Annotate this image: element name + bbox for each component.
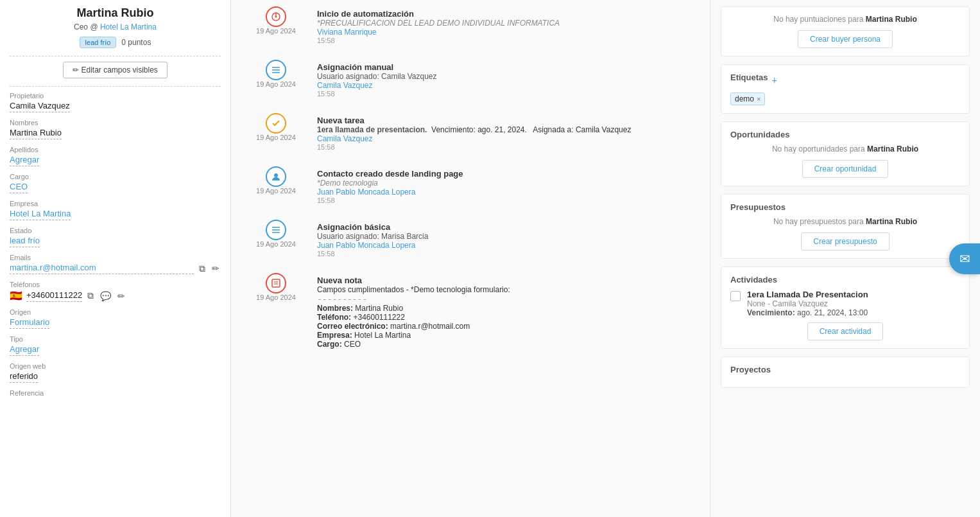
right-panel: No hay puntuaciones para Martina Rubio C… xyxy=(710,0,980,517)
estado-field: Estado lead frío xyxy=(10,227,221,247)
crear-presupuesto-button[interactable]: Crear presupuesto xyxy=(801,232,889,250)
timeline-text: Usuario asignado: Marisa Barcia xyxy=(317,232,697,241)
timeline-time: 15:58 xyxy=(317,197,697,204)
origen-field: Origen Formulario xyxy=(10,308,221,329)
tipo-label: Tipo xyxy=(10,335,221,343)
copy-email-button[interactable]: ⧉ xyxy=(198,263,207,274)
crear-buyer-button[interactable]: Crear buyer persona xyxy=(798,30,893,48)
etiquetas-section: Etiquetas + demo× xyxy=(721,64,970,114)
activity-item: 1era Llamada De Presentacion None - Cami… xyxy=(730,290,960,317)
apellidos-value[interactable]: Agregar xyxy=(10,155,39,166)
tipo-value[interactable]: Agregar xyxy=(10,344,39,356)
nombres-label: Nombres xyxy=(10,119,221,127)
timeline-title: Contacto creado desde landing page xyxy=(317,169,697,179)
timeline-content: Nueva tarea 1era llamada de presentacion… xyxy=(317,113,697,151)
activity-due: Vencimiento: ago. 21, 2024, 13:00 xyxy=(747,308,960,317)
oportunidades-text: No hay oportunidades para Martina Rubio xyxy=(730,145,960,153)
contact-subtitle: Ceo @ Hotel La Martina xyxy=(10,22,221,31)
actividades-title: Actividades xyxy=(730,275,960,285)
referencia-label: Referencia xyxy=(10,389,221,397)
contact-company-link[interactable]: Hotel La Martina xyxy=(100,22,157,31)
timeline-item: 19 Ago 2024 Nueva tarea 1era llamada de … xyxy=(244,113,697,151)
timeline-time: 15:58 xyxy=(317,250,697,258)
whatsapp-button[interactable]: 💬 xyxy=(99,291,112,301)
contact-name: Martina Rubio xyxy=(10,6,221,20)
crear-oportunidad-button[interactable]: Crear oportunidad xyxy=(802,160,889,178)
timeline-title: Nueva nota xyxy=(317,276,697,285)
timeline-author: Juan Pablo Moncada Lopera xyxy=(317,241,697,250)
activity-checkbox[interactable] xyxy=(730,291,741,301)
timeline-title: Asignación básica xyxy=(317,222,697,232)
estado-label: Estado xyxy=(10,227,221,234)
add-tag-button[interactable]: + xyxy=(772,75,777,85)
timeline-date: 19 Ago 2024 xyxy=(256,294,296,301)
timeline-title: Inicio de automatización xyxy=(317,9,697,19)
timeline-author: Camila Vazquez xyxy=(317,81,697,90)
telefonos-label: Teléfonos xyxy=(10,281,221,288)
timeline-time: 15:58 xyxy=(317,90,697,98)
referencia-field: Referencia xyxy=(10,389,221,397)
telefonos-field: Teléfonos 🇪🇸 +34600111222 ⧉ 💬 ✏ xyxy=(10,281,221,302)
empresa-label: Empresa xyxy=(10,200,221,207)
crear-actividad-button[interactable]: Crear actividad xyxy=(807,322,884,340)
propietario-field: Propietario Camila Vazquez xyxy=(10,92,221,112)
timeline-item: 19 Ago 2024 Asignación básicaUsuario asi… xyxy=(244,220,697,258)
estado-value: lead frío xyxy=(10,236,40,247)
timeline-content: Nueva notaCampos cumplimentados - *Demo … xyxy=(317,273,697,349)
timeline-title: Nueva tarea xyxy=(317,116,697,125)
origen-web-field: Origen web referido xyxy=(10,362,221,383)
tag-label: demo xyxy=(735,94,754,103)
timeline-content: Inicio de automatización*PRECUALIFICACIO… xyxy=(317,6,697,44)
edit-fields-button[interactable]: ✏ Editar campos visibles xyxy=(63,62,168,78)
float-email-button[interactable]: ✉ xyxy=(949,243,980,274)
timeline-date: 19 Ago 2024 xyxy=(256,187,296,195)
badge-row: lead frío 0 puntos xyxy=(10,37,221,48)
svg-rect-4 xyxy=(272,279,280,287)
timeline-icon xyxy=(266,166,286,187)
nombres-field: Nombres Martina Rubio xyxy=(10,119,221,139)
timeline-subtitle: *PRECUALIFICACION DEL LEAD DEMO INDIVIDU… xyxy=(317,19,697,28)
tag-chip: demo× xyxy=(730,92,765,105)
activity-content: 1era Llamada De Presentacion None - Cami… xyxy=(747,290,960,317)
cargo-field: Cargo CEO xyxy=(10,173,221,193)
oportunidades-title: Oportunidades xyxy=(730,130,960,139)
note-field: Empresa: Hotel La Martina xyxy=(317,331,697,340)
note-intro: Campos cumplimentados - *Demo tecnologia… xyxy=(317,285,697,294)
timeline-content: Contacto creado desde landing page*Demo … xyxy=(317,166,697,204)
timeline-date: 19 Ago 2024 xyxy=(256,27,296,35)
phone-value: +34600111222 xyxy=(26,290,82,302)
presupuestos-title: Presupuestos xyxy=(730,202,960,212)
timeline-author: Juan Pablo Moncada Lopera xyxy=(317,188,697,197)
timeline-icon xyxy=(266,113,286,134)
tags-container: demo× xyxy=(730,92,960,105)
timeline-item: 19 Ago 2024 Contacto creado desde landin… xyxy=(244,166,697,204)
origen-label: Origen xyxy=(10,308,221,316)
etiquetas-header: Etiquetas + xyxy=(730,73,960,87)
tipo-field: Tipo Agregar xyxy=(10,335,221,356)
timeline-container: 19 Ago 2024 Inicio de automatización*PRE… xyxy=(244,6,697,349)
timeline-icon xyxy=(266,60,286,80)
email-icon: ✉ xyxy=(959,251,970,267)
propietario-label: Propietario xyxy=(10,92,221,100)
apellidos-label: Apellidos xyxy=(10,146,221,153)
actividades-section: Actividades 1era Llamada De Presentacion… xyxy=(721,267,970,349)
empresa-field: Empresa Hotel La Martina xyxy=(10,200,221,220)
timeline-item: 19 Ago 2024 Asignación manualUsuario asi… xyxy=(244,60,697,98)
remove-tag-button[interactable]: × xyxy=(757,95,761,103)
timeline-date: 19 Ago 2024 xyxy=(256,134,296,141)
proyectos-title: Proyectos xyxy=(730,365,960,374)
timeline-text: Usuario asignado: Camila Vazquez xyxy=(317,72,697,81)
apellidos-field: Apellidos Agregar xyxy=(10,146,221,166)
contact-role: Ceo @ xyxy=(74,22,100,31)
cargo-label: Cargo xyxy=(10,173,221,180)
copy-phone-button[interactable]: ⧉ xyxy=(86,290,95,301)
origen-web-value: referido xyxy=(10,371,38,383)
edit-phone-button[interactable]: ✏ xyxy=(116,291,126,301)
edit-email-button[interactable]: ✏ xyxy=(211,263,221,274)
presupuestos-section: Presupuestos No hay presupuestos para Ma… xyxy=(721,194,970,259)
timeline-content: Asignación básicaUsuario asignado: Maris… xyxy=(317,220,697,258)
nombres-value: Martina Rubio xyxy=(10,128,62,139)
timeline-date: 19 Ago 2024 xyxy=(256,240,296,248)
timeline-author: Camila Vazquez xyxy=(317,134,697,143)
email-row: martina.r@hotmail.com ⧉ ✏ xyxy=(10,263,221,274)
